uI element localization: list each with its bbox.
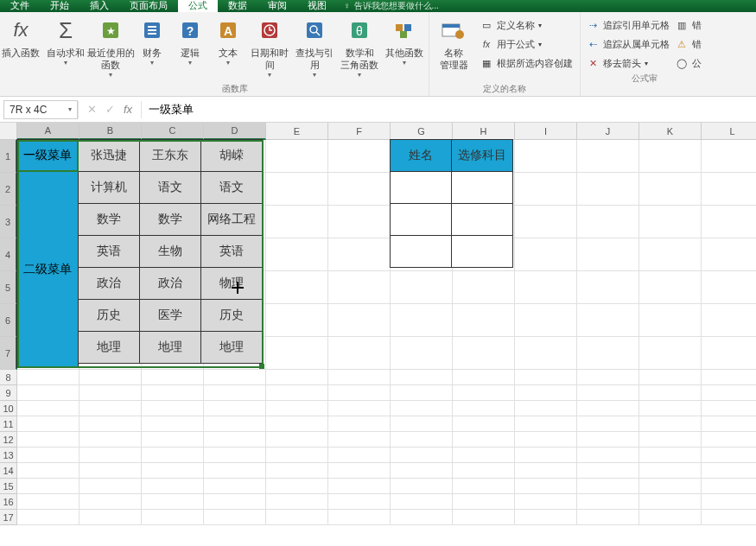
cell-L9[interactable] xyxy=(702,385,756,401)
cell-A11[interactable] xyxy=(17,416,79,432)
cell-D4[interactable]: 英语 xyxy=(200,235,263,268)
cell-A12[interactable] xyxy=(17,432,79,448)
col-header-B[interactable]: B xyxy=(79,123,142,140)
cell-D8[interactable] xyxy=(204,370,266,385)
cell-A10[interactable] xyxy=(17,401,79,416)
cell-J9[interactable] xyxy=(577,385,639,401)
cell-K2[interactable] xyxy=(639,173,702,206)
evaluate-formula-button[interactable]: ◯公 xyxy=(675,54,702,73)
row-header-15[interactable]: 15 xyxy=(0,479,17,494)
cell-G2[interactable] xyxy=(390,171,452,204)
insert-function-button[interactable]: fx 插入函数 xyxy=(2,14,40,83)
row-header-8[interactable]: 8 xyxy=(0,370,17,385)
cell-H13[interactable] xyxy=(453,448,515,463)
cell-L17[interactable] xyxy=(702,510,756,525)
cell-H12[interactable] xyxy=(453,432,515,448)
cell-K7[interactable] xyxy=(639,337,702,370)
cell-C4[interactable]: 生物 xyxy=(139,235,201,268)
cell-J17[interactable] xyxy=(577,510,639,525)
cell-F6[interactable] xyxy=(328,304,391,337)
cell-E7[interactable] xyxy=(266,337,328,370)
col-header-F[interactable]: F xyxy=(328,123,391,140)
cell-J8[interactable] xyxy=(577,370,639,385)
cell-I11[interactable] xyxy=(515,416,577,432)
cell-B4[interactable]: 英语 xyxy=(78,235,140,268)
col-header-A[interactable]: A xyxy=(17,123,79,140)
cell-E14[interactable] xyxy=(266,463,328,479)
cell-D1[interactable]: 胡嵘 xyxy=(200,139,263,172)
cell-D13[interactable] xyxy=(204,448,266,463)
cell-B14[interactable] xyxy=(79,463,142,479)
cell-F8[interactable] xyxy=(328,370,391,385)
cell-H10[interactable] xyxy=(453,401,515,416)
cell-F2[interactable] xyxy=(328,173,391,206)
cell-F12[interactable] xyxy=(328,432,391,448)
cell-H1[interactable]: 选修科目 xyxy=(451,139,513,172)
cell-G7[interactable] xyxy=(391,337,453,370)
cell-K8[interactable] xyxy=(639,370,702,385)
cell-L12[interactable] xyxy=(702,432,756,448)
cell-A2-7-merged[interactable]: 二级菜单 xyxy=(16,171,79,368)
remove-arrows-button[interactable]: ✕移去箭头 ▾ xyxy=(586,54,670,73)
cell-E15[interactable] xyxy=(266,479,328,494)
cell-A9[interactable] xyxy=(17,385,79,401)
tab-file[interactable]: 文件 xyxy=(0,0,40,12)
cell-E3[interactable] xyxy=(266,206,328,238)
cell-J6[interactable] xyxy=(577,304,639,337)
cell-E11[interactable] xyxy=(266,416,328,432)
row-header-14[interactable]: 14 xyxy=(0,463,17,479)
cell-C5[interactable]: 政治 xyxy=(139,267,201,300)
cell-E17[interactable] xyxy=(266,510,328,525)
tab-data[interactable]: 数据 xyxy=(218,0,257,12)
cell-K9[interactable] xyxy=(639,385,702,401)
cell-E6[interactable] xyxy=(266,304,328,337)
cell-F16[interactable] xyxy=(328,494,391,510)
cell-J3[interactable] xyxy=(577,206,639,238)
row-header-3[interactable]: 3 xyxy=(0,206,17,238)
row-header-13[interactable]: 13 xyxy=(0,448,17,463)
cell-L14[interactable] xyxy=(702,463,756,479)
cell-G12[interactable] xyxy=(391,432,453,448)
financial-button[interactable]: 财务▾ xyxy=(133,14,171,83)
cell-E5[interactable] xyxy=(266,271,328,304)
cell-G9[interactable] xyxy=(391,385,453,401)
cell-F14[interactable] xyxy=(328,463,391,479)
tab-formulas[interactable]: 公式 xyxy=(178,0,218,12)
cell-L1[interactable] xyxy=(702,140,756,173)
cell-J11[interactable] xyxy=(577,416,639,432)
row-header-12[interactable]: 12 xyxy=(0,432,17,448)
cell-F1[interactable] xyxy=(328,140,391,173)
tab-home[interactable]: 开始 xyxy=(40,0,79,12)
define-name-button[interactable]: ▭定义名称 ▾ xyxy=(480,16,573,35)
cell-C14[interactable] xyxy=(142,463,204,479)
row-header-16[interactable]: 16 xyxy=(0,494,17,510)
cell-D2[interactable]: 语文 xyxy=(200,171,263,204)
cell-K13[interactable] xyxy=(639,448,702,463)
cell-B17[interactable] xyxy=(79,510,142,525)
cell-I8[interactable] xyxy=(515,370,577,385)
cell-I13[interactable] xyxy=(515,448,577,463)
tab-review[interactable]: 审阅 xyxy=(257,0,297,12)
col-header-J[interactable]: J xyxy=(577,123,639,140)
cell-A16[interactable] xyxy=(17,494,79,510)
name-manager-button[interactable]: 名称 管理器 xyxy=(431,14,476,83)
cell-L7[interactable] xyxy=(702,337,756,370)
cell-B1[interactable]: 张迅捷 xyxy=(78,139,140,172)
row-header-9[interactable]: 9 xyxy=(0,385,17,401)
cell-C12[interactable] xyxy=(142,432,204,448)
cell-F3[interactable] xyxy=(328,206,391,238)
cell-G14[interactable] xyxy=(391,463,453,479)
cell-E10[interactable] xyxy=(266,401,328,416)
cell-L8[interactable] xyxy=(702,370,756,385)
cell-J5[interactable] xyxy=(577,271,639,304)
cell-A8[interactable] xyxy=(17,370,79,385)
formula-input[interactable] xyxy=(142,100,756,119)
cell-I15[interactable] xyxy=(515,479,577,494)
cell-K4[interactable] xyxy=(639,238,702,271)
row-header-17[interactable]: 17 xyxy=(0,510,17,525)
cell-C3[interactable]: 数学 xyxy=(139,203,201,236)
cell-G11[interactable] xyxy=(391,416,453,432)
cell-B15[interactable] xyxy=(79,479,142,494)
cell-L3[interactable] xyxy=(702,206,756,238)
cell-J14[interactable] xyxy=(577,463,639,479)
